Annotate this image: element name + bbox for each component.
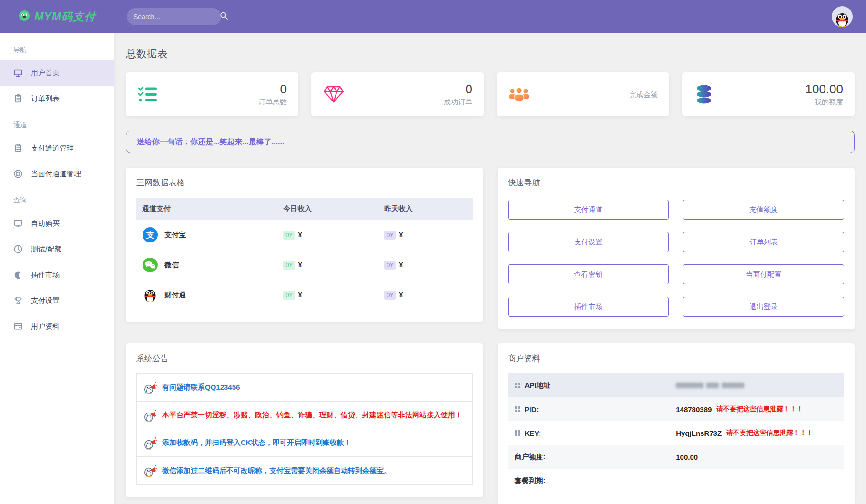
sidebar-item-label: 支付设置 (31, 296, 60, 305)
sidebar-item-label: 测试/配额 (31, 245, 61, 254)
currency-symbol: ¥ (298, 291, 302, 299)
table-row-tenpay: 财付通 0¥¥ 0¥¥ (136, 280, 473, 310)
merchant-row-key: KEY: HyqjLnsR73Z 请不要把这些信息泄露！！！ (508, 421, 845, 445)
channel-name: 财付通 (164, 291, 186, 300)
leak-warning: 请不要把这些信息泄露！！！ (726, 429, 813, 437)
logo-penguin-icon (19, 10, 30, 23)
quick-nav-button-order-list[interactable]: 订单列表 (683, 232, 844, 252)
notice-banner: 送给你一句话：你还是...笑起来...最棒了...... (126, 131, 855, 153)
qq-penguin-icon (834, 10, 851, 27)
monitor-icon (13, 219, 23, 228)
wechat-icon (142, 257, 158, 273)
svg-text:支: 支 (146, 231, 155, 240)
search-icon[interactable] (220, 11, 228, 22)
sidebar-section-channel: 通道 (0, 111, 114, 135)
sidebar-item-user-home[interactable]: 用户首页 (0, 60, 114, 86)
grid-icon (515, 430, 520, 436)
stat-value: 100.00 (805, 82, 843, 97)
leak-warning: 请不要把这些信息泄露！！！ (716, 405, 803, 413)
yesterday-income-badge: 0¥ (384, 231, 396, 240)
trophy-icon (13, 296, 23, 305)
stat-label: 完成金额 (629, 91, 658, 100)
diamond-icon (323, 84, 345, 104)
currency-symbol: ¥ (399, 291, 403, 299)
stat-value: 0 (258, 82, 287, 97)
clipboard-icon (13, 94, 23, 103)
table-row-wechat: 微信 0¥¥ 0¥¥ (136, 250, 473, 280)
currency-symbol: ¥ (399, 231, 403, 239)
sidebar-item-f2f-channel-mgmt[interactable]: 当面付通道管理 (0, 161, 114, 187)
sidebar-item-user-profile[interactable]: 用户资料 (0, 313, 114, 339)
credit-card-icon (13, 322, 23, 331)
checklist-icon (137, 85, 158, 104)
announcement-row: 有问题请联系QQ123456 (137, 374, 472, 402)
sidebar-item-label: 支付通道管理 (31, 144, 74, 153)
sidebar-item-plugin-market[interactable]: 插件市场 (0, 262, 114, 288)
quick-nav-button-f2f-config[interactable]: 当面付配置 (683, 264, 844, 284)
stat-cards-row: 0 订单总数 0 成功订单 完成金额 100.00 (126, 72, 855, 116)
col-header: 昨天收入 (378, 198, 473, 220)
merchant-info-card: 商户资料 API地址 PID: (498, 343, 855, 504)
quick-nav-button-recharge-quota[interactable]: 充值额度 (683, 200, 844, 220)
announcement-row: 本平台严禁一切淫秽、涉赌、政治、钓鱼、诈骗、理财、借贷、封建迷信等非法网站接入使… (137, 402, 472, 429)
announcement-row: 添加收款码，并扫码登入CK状态，即可开启即时到账收款！ (137, 429, 472, 457)
sidebar-item-self-purchase[interactable]: 自助购买 (0, 211, 114, 236)
card-title: 商户资料 (508, 353, 845, 364)
quick-nav-button-logout[interactable]: 退出登录 (683, 297, 844, 317)
sidebar-section-nav: 导航 (0, 36, 114, 60)
sidebar-item-label: 当面付通道管理 (31, 170, 81, 179)
megaphone-penguin-icon (143, 464, 157, 477)
database-icon (693, 84, 714, 104)
sidebar-item-label: 插件市场 (31, 271, 60, 280)
merchant-row-pid: PID: 148780389 请不要把这些信息泄露！！！ (508, 397, 845, 421)
merchant-row-plan-expiry: 套餐到期: (508, 469, 845, 493)
merchant-value-key: HyqjLnsR73Z (676, 429, 722, 437)
sidebar-item-order-list[interactable]: 订单列表 (0, 86, 114, 111)
grid-icon (515, 383, 520, 388)
col-header: 通道支付 (136, 198, 277, 220)
stat-card-completed-amount: 完成金额 (497, 72, 669, 116)
main-content: 总数据表 0 订单总数 0 成功订单 完成金额 (114, 33, 866, 504)
quick-nav-button-pay-channel[interactable]: 支付通道 (508, 200, 669, 220)
megaphone-penguin-icon (143, 381, 157, 394)
sidebar: 导航 用户首页 订单列表 通道 支付通道管理 当面付通道管理 查询 自助购买 测… (0, 33, 114, 504)
currency-symbol: ¥ (298, 231, 302, 239)
page-title: 总数据表 (126, 47, 855, 61)
system-announcements-card: 系统公告 有问题请联系QQ123456 本平台严禁一切淫秽、涉赌、政治、钓鱼、诈… (126, 343, 483, 497)
announcement-text: 有问题请联系QQ123456 (162, 383, 240, 392)
merchant-label: API地址 (525, 381, 551, 390)
stat-label: 成功订单 (444, 98, 472, 107)
today-income-badge: 0¥ (283, 231, 295, 240)
merchant-label: PID: (525, 405, 539, 413)
monitor-icon (13, 68, 23, 78)
search-input[interactable] (133, 13, 220, 20)
currency-symbol: ¥ (298, 261, 302, 269)
grid-icon (515, 406, 520, 412)
stat-value: 0 (444, 82, 472, 97)
channel-name: 支付宝 (164, 231, 186, 240)
sidebar-item-label: 自助购买 (31, 219, 60, 228)
today-income-badge: 0¥ (283, 261, 295, 270)
merchant-value-quota: 100.00 (676, 453, 698, 461)
logo-text: MYM码支付 (34, 10, 96, 24)
quick-nav-button-view-key[interactable]: 查看密钥 (508, 264, 669, 284)
notice-text: 送给你一句话：你还是...笑起来...最棒了...... (137, 137, 284, 147)
today-income-badge: 0¥ (283, 291, 295, 300)
stat-card-total-orders: 0 订单总数 (126, 72, 298, 116)
sidebar-item-label: 订单列表 (31, 94, 60, 103)
user-avatar[interactable] (832, 6, 853, 27)
quick-nav-button-pay-settings[interactable]: 支付设置 (508, 232, 669, 252)
merchant-label: 商户额度: (515, 453, 546, 462)
megaphone-penguin-icon (143, 436, 157, 450)
crescent-icon (13, 270, 23, 280)
clipboard-icon (13, 143, 23, 153)
stat-card-my-quota: 100.00 我的额度 (682, 72, 855, 116)
channel-table: 通道支付 今日收入 昨天收入 支 支付宝 0¥¥ 0¥¥ (136, 198, 473, 310)
sidebar-item-test-quota[interactable]: 测试/配额 (0, 236, 114, 262)
sidebar-item-pay-channel-mgmt[interactable]: 支付通道管理 (0, 135, 114, 161)
announcement-text: 微信添加过二维码后不可改昵称，支付宝需要关闭余额自动转到余额宝。 (162, 466, 391, 475)
stat-label: 我的额度 (805, 98, 843, 107)
quick-nav-button-plugin-market[interactable]: 插件市场 (508, 297, 669, 317)
sidebar-item-pay-settings[interactable]: 支付设置 (0, 288, 114, 313)
users-icon (508, 85, 530, 104)
